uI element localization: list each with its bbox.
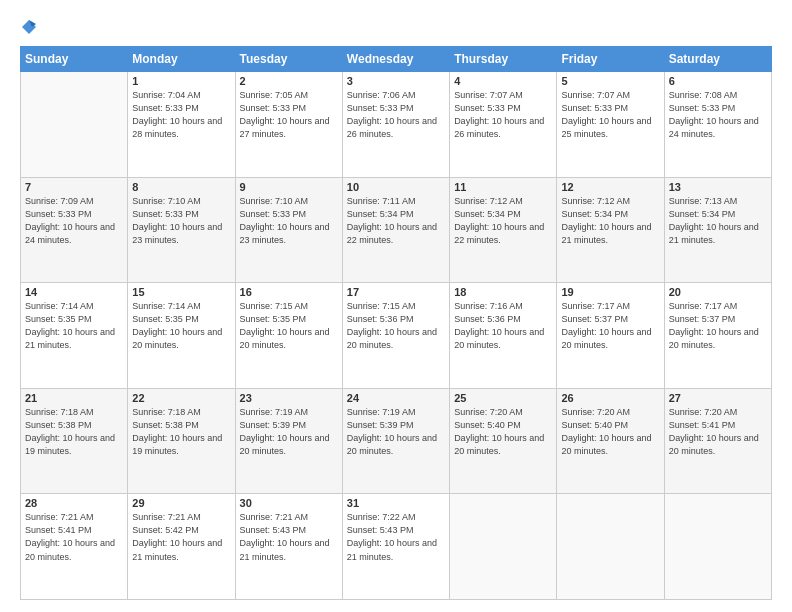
calendar-cell: 10Sunrise: 7:11 AMSunset: 5:34 PMDayligh… <box>342 177 449 283</box>
calendar-cell: 15Sunrise: 7:14 AMSunset: 5:35 PMDayligh… <box>128 283 235 389</box>
calendar-cell: 16Sunrise: 7:15 AMSunset: 5:35 PMDayligh… <box>235 283 342 389</box>
calendar-cell: 30Sunrise: 7:21 AMSunset: 5:43 PMDayligh… <box>235 494 342 600</box>
cell-date: 15 <box>132 286 230 298</box>
calendar-cell: 18Sunrise: 7:16 AMSunset: 5:36 PMDayligh… <box>450 283 557 389</box>
cell-info: Sunrise: 7:06 AMSunset: 5:33 PMDaylight:… <box>347 89 445 141</box>
calendar-cell: 14Sunrise: 7:14 AMSunset: 5:35 PMDayligh… <box>21 283 128 389</box>
calendar-week-4: 21Sunrise: 7:18 AMSunset: 5:38 PMDayligh… <box>21 388 772 494</box>
calendar-cell: 26Sunrise: 7:20 AMSunset: 5:40 PMDayligh… <box>557 388 664 494</box>
cell-info: Sunrise: 7:22 AMSunset: 5:43 PMDaylight:… <box>347 511 445 563</box>
calendar-cell <box>557 494 664 600</box>
cell-info: Sunrise: 7:04 AMSunset: 5:33 PMDaylight:… <box>132 89 230 141</box>
cell-date: 27 <box>669 392 767 404</box>
logo-icon <box>20 18 38 36</box>
cell-info: Sunrise: 7:19 AMSunset: 5:39 PMDaylight:… <box>347 406 445 458</box>
calendar-cell <box>664 494 771 600</box>
cell-date: 22 <box>132 392 230 404</box>
cell-date: 16 <box>240 286 338 298</box>
cell-info: Sunrise: 7:05 AMSunset: 5:33 PMDaylight:… <box>240 89 338 141</box>
calendar-cell: 29Sunrise: 7:21 AMSunset: 5:42 PMDayligh… <box>128 494 235 600</box>
cell-info: Sunrise: 7:10 AMSunset: 5:33 PMDaylight:… <box>132 195 230 247</box>
col-thursday: Thursday <box>450 47 557 72</box>
calendar-cell: 8Sunrise: 7:10 AMSunset: 5:33 PMDaylight… <box>128 177 235 283</box>
cell-date: 2 <box>240 75 338 87</box>
cell-info: Sunrise: 7:10 AMSunset: 5:33 PMDaylight:… <box>240 195 338 247</box>
cell-date: 3 <box>347 75 445 87</box>
cell-date: 18 <box>454 286 552 298</box>
calendar-cell: 12Sunrise: 7:12 AMSunset: 5:34 PMDayligh… <box>557 177 664 283</box>
calendar-cell: 20Sunrise: 7:17 AMSunset: 5:37 PMDayligh… <box>664 283 771 389</box>
calendar-week-1: 1Sunrise: 7:04 AMSunset: 5:33 PMDaylight… <box>21 72 772 178</box>
header-row: Sunday Monday Tuesday Wednesday Thursday… <box>21 47 772 72</box>
cell-info: Sunrise: 7:17 AMSunset: 5:37 PMDaylight:… <box>669 300 767 352</box>
calendar-cell: 4Sunrise: 7:07 AMSunset: 5:33 PMDaylight… <box>450 72 557 178</box>
calendar-cell: 13Sunrise: 7:13 AMSunset: 5:34 PMDayligh… <box>664 177 771 283</box>
calendar-cell: 6Sunrise: 7:08 AMSunset: 5:33 PMDaylight… <box>664 72 771 178</box>
header <box>20 18 772 36</box>
calendar-cell: 9Sunrise: 7:10 AMSunset: 5:33 PMDaylight… <box>235 177 342 283</box>
calendar-cell: 28Sunrise: 7:21 AMSunset: 5:41 PMDayligh… <box>21 494 128 600</box>
cell-info: Sunrise: 7:12 AMSunset: 5:34 PMDaylight:… <box>454 195 552 247</box>
calendar-cell: 17Sunrise: 7:15 AMSunset: 5:36 PMDayligh… <box>342 283 449 389</box>
calendar-cell: 23Sunrise: 7:19 AMSunset: 5:39 PMDayligh… <box>235 388 342 494</box>
cell-date: 30 <box>240 497 338 509</box>
cell-info: Sunrise: 7:15 AMSunset: 5:35 PMDaylight:… <box>240 300 338 352</box>
calendar-table: Sunday Monday Tuesday Wednesday Thursday… <box>20 46 772 600</box>
calendar-cell: 3Sunrise: 7:06 AMSunset: 5:33 PMDaylight… <box>342 72 449 178</box>
cell-date: 9 <box>240 181 338 193</box>
calendar-cell: 31Sunrise: 7:22 AMSunset: 5:43 PMDayligh… <box>342 494 449 600</box>
calendar-cell: 11Sunrise: 7:12 AMSunset: 5:34 PMDayligh… <box>450 177 557 283</box>
calendar-cell: 5Sunrise: 7:07 AMSunset: 5:33 PMDaylight… <box>557 72 664 178</box>
calendar-cell: 25Sunrise: 7:20 AMSunset: 5:40 PMDayligh… <box>450 388 557 494</box>
calendar-week-3: 14Sunrise: 7:14 AMSunset: 5:35 PMDayligh… <box>21 283 772 389</box>
cell-info: Sunrise: 7:20 AMSunset: 5:40 PMDaylight:… <box>561 406 659 458</box>
cell-date: 24 <box>347 392 445 404</box>
cell-date: 5 <box>561 75 659 87</box>
cell-info: Sunrise: 7:14 AMSunset: 5:35 PMDaylight:… <box>132 300 230 352</box>
col-friday: Friday <box>557 47 664 72</box>
cell-info: Sunrise: 7:12 AMSunset: 5:34 PMDaylight:… <box>561 195 659 247</box>
calendar-cell: 21Sunrise: 7:18 AMSunset: 5:38 PMDayligh… <box>21 388 128 494</box>
cell-info: Sunrise: 7:07 AMSunset: 5:33 PMDaylight:… <box>561 89 659 141</box>
calendar-cell: 7Sunrise: 7:09 AMSunset: 5:33 PMDaylight… <box>21 177 128 283</box>
cell-info: Sunrise: 7:13 AMSunset: 5:34 PMDaylight:… <box>669 195 767 247</box>
cell-date: 11 <box>454 181 552 193</box>
cell-info: Sunrise: 7:09 AMSunset: 5:33 PMDaylight:… <box>25 195 123 247</box>
cell-date: 29 <box>132 497 230 509</box>
cell-date: 17 <box>347 286 445 298</box>
calendar-body: 1Sunrise: 7:04 AMSunset: 5:33 PMDaylight… <box>21 72 772 600</box>
col-saturday: Saturday <box>664 47 771 72</box>
calendar-cell: 2Sunrise: 7:05 AMSunset: 5:33 PMDaylight… <box>235 72 342 178</box>
cell-info: Sunrise: 7:08 AMSunset: 5:33 PMDaylight:… <box>669 89 767 141</box>
cell-info: Sunrise: 7:14 AMSunset: 5:35 PMDaylight:… <box>25 300 123 352</box>
cell-date: 19 <box>561 286 659 298</box>
cell-date: 25 <box>454 392 552 404</box>
cell-date: 4 <box>454 75 552 87</box>
cell-info: Sunrise: 7:20 AMSunset: 5:40 PMDaylight:… <box>454 406 552 458</box>
svg-marker-0 <box>22 20 36 34</box>
cell-date: 23 <box>240 392 338 404</box>
cell-info: Sunrise: 7:21 AMSunset: 5:42 PMDaylight:… <box>132 511 230 563</box>
cell-date: 28 <box>25 497 123 509</box>
cell-date: 14 <box>25 286 123 298</box>
col-wednesday: Wednesday <box>342 47 449 72</box>
cell-date: 6 <box>669 75 767 87</box>
col-tuesday: Tuesday <box>235 47 342 72</box>
calendar-header: Sunday Monday Tuesday Wednesday Thursday… <box>21 47 772 72</box>
cell-date: 10 <box>347 181 445 193</box>
cell-info: Sunrise: 7:15 AMSunset: 5:36 PMDaylight:… <box>347 300 445 352</box>
cell-info: Sunrise: 7:21 AMSunset: 5:41 PMDaylight:… <box>25 511 123 563</box>
calendar-cell: 24Sunrise: 7:19 AMSunset: 5:39 PMDayligh… <box>342 388 449 494</box>
logo <box>20 18 41 36</box>
calendar-cell <box>450 494 557 600</box>
calendar-cell: 19Sunrise: 7:17 AMSunset: 5:37 PMDayligh… <box>557 283 664 389</box>
page: Sunday Monday Tuesday Wednesday Thursday… <box>0 0 792 612</box>
cell-date: 20 <box>669 286 767 298</box>
col-monday: Monday <box>128 47 235 72</box>
cell-date: 13 <box>669 181 767 193</box>
cell-info: Sunrise: 7:21 AMSunset: 5:43 PMDaylight:… <box>240 511 338 563</box>
cell-date: 1 <box>132 75 230 87</box>
calendar-cell: 1Sunrise: 7:04 AMSunset: 5:33 PMDaylight… <box>128 72 235 178</box>
cell-date: 26 <box>561 392 659 404</box>
cell-info: Sunrise: 7:16 AMSunset: 5:36 PMDaylight:… <box>454 300 552 352</box>
